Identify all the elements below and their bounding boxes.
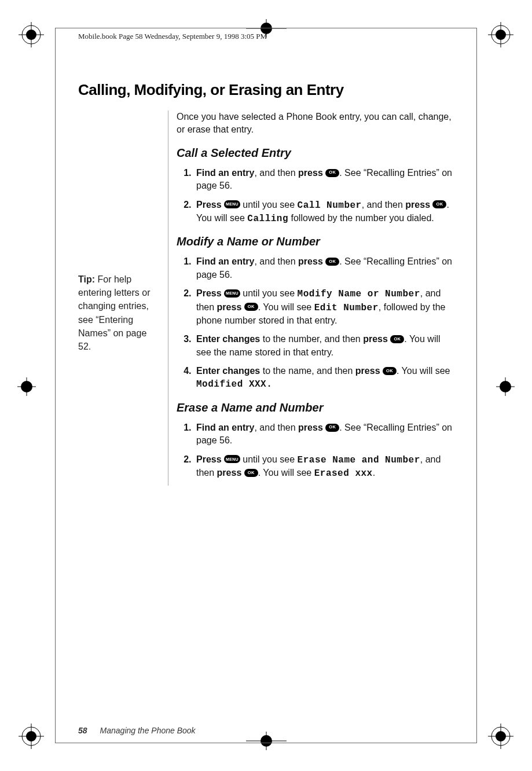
step-text: press xyxy=(217,468,244,478)
step-text: . You will see xyxy=(397,366,450,376)
step-text: . xyxy=(373,468,375,478)
step-text: Press xyxy=(196,454,224,464)
lcd-text: Edit Number xyxy=(314,303,379,313)
step: Press MENU until you see Call Number, an… xyxy=(194,199,454,226)
step-text: press xyxy=(298,423,325,432)
tip-label: Tip: xyxy=(78,274,95,284)
step: Find an entry, and then press OK. See “R… xyxy=(194,167,454,193)
step-text: to the number, and then xyxy=(260,334,363,344)
step-text: to the name, and then xyxy=(260,366,355,376)
ok-button-icon: OK xyxy=(325,169,339,177)
step-text: . xyxy=(266,379,272,390)
step-text: , and then xyxy=(254,168,298,178)
lcd-text: Erase Name and Number xyxy=(298,455,420,465)
lcd-text: Call Number xyxy=(298,200,362,211)
ok-button-icon: OK xyxy=(432,200,446,208)
step: Press MENU until you see Erase Name and … xyxy=(194,453,454,480)
step-text: Enter changes xyxy=(196,334,260,344)
step-text: press xyxy=(355,366,383,376)
main-body: Once you have selected a Phone Book entr… xyxy=(168,111,454,486)
step-text: Enter changes xyxy=(196,366,260,376)
lcd-text: Modify Name or Number xyxy=(298,289,420,299)
menu-button-icon: MENU xyxy=(224,200,240,208)
menu-button-icon: MENU xyxy=(224,455,240,463)
crop-mark-icon xyxy=(487,722,515,750)
footer-chapter: Managing the Phone Book xyxy=(100,726,196,735)
menu-button-icon: MENU xyxy=(224,289,240,298)
tip-body: For help entering letters or changing en… xyxy=(78,274,151,351)
lcd-text: Erased xxx xyxy=(314,468,373,479)
step-text: , and then xyxy=(362,200,406,210)
step-text: press xyxy=(405,200,432,210)
crop-mark-icon xyxy=(17,21,45,49)
crop-mark-icon xyxy=(487,21,515,49)
step-text: Press xyxy=(196,288,224,298)
step-text: press xyxy=(363,334,390,344)
lcd-text: Modified XXX xyxy=(196,379,266,390)
step-text: , and then xyxy=(254,256,298,266)
step-text: until you see xyxy=(240,288,298,298)
registration-mark-icon xyxy=(496,377,515,398)
page-number: 58 xyxy=(78,726,87,735)
subheading-call: Call a Selected Entry xyxy=(177,145,454,161)
ok-button-icon: OK xyxy=(325,258,339,266)
step-text: Find an entry xyxy=(196,256,254,266)
subheading-modify: Modify a Name or Number xyxy=(177,233,454,249)
ok-button-icon: OK xyxy=(390,335,404,343)
subheading-erase: Erase a Name and Number xyxy=(177,399,454,416)
section-title: Calling, Modifying, or Erasing an Entry xyxy=(78,81,454,99)
intro-text: Once you have selected a Phone Book entr… xyxy=(177,111,454,137)
step-text: press xyxy=(298,168,325,178)
page-footer: 58Managing the Phone Book xyxy=(78,726,196,735)
step: Enter changes to the name, and then pres… xyxy=(194,365,454,391)
step: Find an entry, and then press OK. See “R… xyxy=(194,421,454,447)
step-text: . You will see xyxy=(258,468,314,478)
step-text: Find an entry xyxy=(196,168,254,178)
step-text: followed by the number you dialed. xyxy=(288,213,434,223)
ok-button-icon: OK xyxy=(244,469,258,477)
step: Press MENU until you see Modify Name or … xyxy=(194,287,454,327)
step-text: press xyxy=(298,256,325,266)
ok-button-icon: OK xyxy=(383,367,397,375)
step-text: Press xyxy=(196,200,224,210)
step-text: press xyxy=(217,302,244,312)
step: Enter changes to the number, and then pr… xyxy=(194,333,454,359)
step: Find an entry, and then press OK. See “R… xyxy=(194,255,454,281)
step-text: , and then xyxy=(254,423,298,432)
crop-mark-icon xyxy=(17,722,45,750)
step-text: until you see xyxy=(240,200,298,210)
ok-button-icon: OK xyxy=(244,303,258,311)
sidebar-tip: Tip: For help entering letters or changi… xyxy=(78,111,168,486)
step-text: Find an entry xyxy=(196,423,254,432)
registration-mark-icon xyxy=(17,377,36,398)
step-text: until you see xyxy=(240,454,298,464)
step-text: . You will see xyxy=(258,302,314,312)
lcd-text: Calling xyxy=(247,214,288,224)
ok-button-icon: OK xyxy=(325,424,339,432)
page-header: Mobile.book Page 58 Wednesday, September… xyxy=(78,32,267,41)
